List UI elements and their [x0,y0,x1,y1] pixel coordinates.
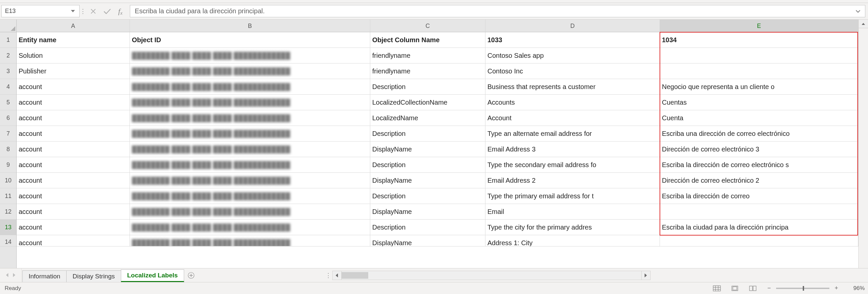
row-header-4[interactable]: 4 [0,79,16,95]
row-header-14[interactable]: 14 [0,235,16,247]
enter-formula-icon[interactable] [103,8,111,14]
cell-D3[interactable]: Contoso Inc [486,64,660,79]
zoom-out-icon[interactable]: − [766,285,772,292]
zoom-slider[interactable] [776,288,829,289]
cell-C12[interactable]: DisplayName [370,204,486,219]
cell-B12[interactable]: ████████ ████ ████ ████ ████████████ [130,204,370,219]
cell-E10[interactable]: Dirección de correo electrónico 2 [660,173,858,188]
cell-C8[interactable]: DisplayName [370,142,486,157]
cell-B10[interactable]: ████████ ████ ████ ████ ████████████ [130,173,370,188]
cell-E2[interactable] [660,48,858,63]
cell-A6[interactable]: account [17,110,130,125]
cell-E1[interactable]: 1034 [660,32,858,47]
row-header-10[interactable]: 10 [0,173,16,188]
cell-D11[interactable]: Type the primary email address for t [486,188,660,204]
column-header-D[interactable]: D [486,20,660,32]
cell-D8[interactable]: Email Address 3 [486,142,660,157]
page-break-view-icon[interactable] [748,285,757,292]
hscroll-left-icon[interactable] [332,271,342,280]
cell-E6[interactable]: Cuenta [660,110,858,125]
zoom-slider-thumb[interactable] [803,286,804,291]
scroll-up-icon[interactable] [859,20,868,28]
cell-B11[interactable]: ████████ ████ ████ ████ ████████████ [130,188,370,204]
cell-E14[interactable] [660,235,858,247]
cell-C11[interactable]: Description [370,188,486,204]
cell-E11[interactable]: Escriba la dirección de correo [660,188,858,204]
cell-A5[interactable]: account [17,95,130,110]
cell-D5[interactable]: Accounts [486,95,660,110]
cell-B6[interactable]: ████████ ████ ████ ████ ████████████ [130,110,370,125]
cell-D12[interactable]: Email [486,204,660,219]
cell-B14[interactable]: ████████ ████ ████ ████ ████████████ [130,235,370,247]
cell-C5[interactable]: LocalizedCollectionName [370,95,486,110]
cell-C13[interactable]: Description [370,220,486,235]
cell-B7[interactable]: ████████ ████ ████ ████ ████████████ [130,126,370,141]
sheet-tab[interactable]: Localized Labels [121,269,184,282]
tab-scroll-splitter[interactable] [324,272,332,279]
cell-C9[interactable]: Description [370,157,486,173]
cell-C2[interactable]: friendlyname [370,48,486,63]
cell-B5[interactable]: ████████ ████ ████ ████ ████████████ [130,95,370,110]
cell-E9[interactable]: Escriba la dirección de correo electróni… [660,157,858,173]
row-header-2[interactable]: 2 [0,48,16,64]
row-header-9[interactable]: 9 [0,157,16,173]
row-header-12[interactable]: 12 [0,204,16,220]
cell-B3[interactable]: ████████ ████ ████ ████ ████████████ [130,64,370,79]
cell-A1[interactable]: Entity name [17,32,130,47]
cell-C14[interactable]: DisplayName [370,235,486,247]
cell-A2[interactable]: Solution [17,48,130,63]
cell-A13[interactable]: account [17,220,130,235]
row-header-6[interactable]: 6 [0,110,16,126]
cell-E4[interactable]: Negocio que representa a un cliente o [660,79,858,94]
column-header-B[interactable]: B [130,20,370,32]
zoom-percent[interactable]: 96% [843,285,865,292]
cancel-formula-icon[interactable] [90,8,96,14]
row-header-5[interactable]: 5 [0,95,16,110]
cell-C3[interactable]: friendlyname [370,64,486,79]
cell-A8[interactable]: account [17,142,130,157]
cell-E5[interactable]: Cuentas [660,95,858,110]
row-header-11[interactable]: 11 [0,188,16,204]
formula-bar-input[interactable]: Escriba la ciudad para la dirección prin… [130,5,865,17]
cell-C4[interactable]: Description [370,79,486,94]
name-box-dropdown-icon[interactable] [70,10,76,12]
cell-B9[interactable]: ████████ ████ ████ ████ ████████████ [130,157,370,173]
column-header-A[interactable]: A [17,20,130,32]
cell-D7[interactable]: Type an alternate email address for [486,126,660,141]
cell-D9[interactable]: Type the secondary email address fo [486,157,660,173]
row-header-7[interactable]: 7 [0,126,16,142]
sheet-tab[interactable]: Information [22,270,67,282]
cell-A12[interactable]: account [17,204,130,219]
cell-B1[interactable]: Object ID [130,32,370,47]
new-sheet-button[interactable] [184,268,198,282]
row-header-13[interactable]: 13 [0,220,16,235]
cell-E8[interactable]: Dirección de correo electrónico 3 [660,142,858,157]
sheet-nav-prev-icon[interactable] [6,272,8,279]
cell-A4[interactable]: account [17,79,130,94]
hscroll-thumb[interactable] [342,272,368,279]
cell-B13[interactable]: ████████ ████ ████ ████ ████████████ [130,220,370,235]
column-header-C[interactable]: C [370,20,486,32]
cell-D14[interactable]: Address 1: City [486,235,660,247]
cell-D1[interactable]: 1033 [486,32,660,47]
row-header-3[interactable]: 3 [0,64,16,79]
vertical-scroll-gutter[interactable] [858,20,868,268]
hscroll-right-icon[interactable] [641,271,651,280]
cell-D4[interactable]: Business that represents a customer [486,79,660,94]
row-header-1[interactable]: 1 [0,32,16,48]
cell-A14[interactable]: account [17,235,130,247]
formula-bar-expand-icon[interactable] [853,5,863,17]
cell-D2[interactable]: Contoso Sales app [486,48,660,63]
normal-view-icon[interactable] [712,285,721,292]
cell-A9[interactable]: account [17,157,130,173]
cell-C7[interactable]: Description [370,126,486,141]
cell-E13[interactable]: Escriba la ciudad para la dirección prin… [660,220,858,235]
hscroll-track[interactable] [342,271,641,280]
sheet-tab[interactable]: Display Strings [66,270,121,282]
cell-B2[interactable]: ████████ ████ ████ ████ ████████████ [130,48,370,63]
cell-D6[interactable]: Account [486,110,660,125]
cell-B8[interactable]: ████████ ████ ████ ████ ████████████ [130,142,370,157]
cells-area[interactable]: Entity nameObject IDObject Column Name10… [17,32,868,268]
cell-E3[interactable] [660,64,858,79]
namebox-divider[interactable] [80,5,86,17]
